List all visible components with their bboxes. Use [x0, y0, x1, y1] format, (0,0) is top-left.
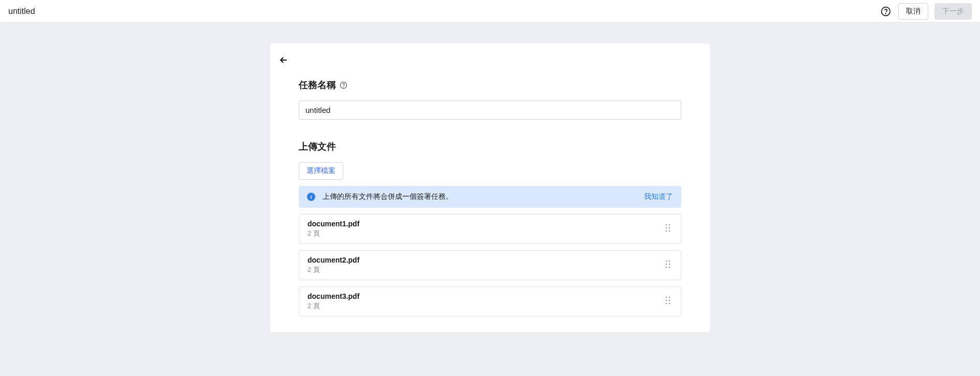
file-pages: 2 頁 [308, 229, 359, 238]
svg-point-1 [886, 13, 886, 13]
svg-point-8 [666, 227, 667, 229]
svg-point-11 [669, 230, 670, 232]
svg-point-22 [666, 303, 667, 305]
task-name-label: 任務名稱 [299, 79, 681, 91]
svg-point-19 [669, 297, 670, 298]
file-info: document1.pdf 2 頁 [308, 220, 359, 238]
drag-handle-icon[interactable] [663, 222, 672, 236]
svg-point-10 [666, 230, 667, 232]
svg-point-9 [669, 227, 670, 229]
svg-point-16 [666, 267, 667, 268]
info-icon [307, 193, 315, 201]
svg-point-7 [669, 224, 670, 226]
svg-point-21 [669, 300, 670, 301]
header: untitled 取消 下一步 [0, 0, 980, 23]
svg-point-3 [343, 86, 344, 87]
card: 任務名稱 上傳文件 選擇檔案 [270, 44, 710, 332]
svg-point-17 [669, 267, 670, 268]
main: 任務名稱 上傳文件 選擇檔案 [0, 23, 980, 332]
file-pages: 2 頁 [308, 301, 359, 311]
alert-dismiss[interactable]: 我知道了 [644, 192, 673, 201]
back-button[interactable] [277, 54, 290, 66]
svg-point-12 [666, 261, 667, 262]
svg-point-13 [669, 261, 670, 262]
svg-point-14 [666, 264, 667, 265]
svg-point-18 [666, 297, 667, 298]
file-info: document2.pdf 2 頁 [308, 256, 359, 274]
file-item: document1.pdf 2 頁 [299, 214, 681, 244]
alert-left: 上傳的所有文件將合併成一個簽署任務。 [307, 192, 453, 201]
help-icon[interactable] [339, 81, 347, 89]
drag-handle-icon[interactable] [663, 258, 672, 272]
file-name: document3.pdf [308, 292, 359, 300]
header-actions: 取消 下一步 [880, 3, 972, 20]
file-name: document1.pdf [308, 220, 359, 228]
alert-text: 上傳的所有文件將合併成一個簽署任務。 [323, 192, 453, 201]
merge-alert: 上傳的所有文件將合併成一個簽署任務。 我知道了 [299, 186, 681, 208]
file-item: document3.pdf 2 頁 [299, 286, 681, 316]
svg-point-6 [666, 224, 667, 226]
content: 任務名稱 上傳文件 選擇檔案 [270, 66, 710, 316]
svg-point-4 [311, 195, 312, 196]
page-title: untitled [8, 7, 35, 16]
file-info: document3.pdf 2 頁 [308, 292, 359, 311]
svg-point-23 [669, 303, 670, 305]
file-pages: 2 頁 [308, 265, 359, 274]
help-icon[interactable] [880, 5, 892, 18]
svg-point-15 [669, 264, 670, 265]
file-name: document2.pdf [308, 256, 359, 264]
next-button[interactable]: 下一步 [934, 3, 972, 20]
drag-handle-icon[interactable] [663, 294, 672, 309]
file-list: document1.pdf 2 頁 [299, 214, 681, 316]
task-name-input[interactable] [299, 100, 681, 120]
svg-point-20 [666, 300, 667, 301]
task-name-section: 任務名稱 [299, 79, 681, 120]
upload-label: 上傳文件 [299, 140, 681, 153]
select-file-button[interactable]: 選擇檔案 [299, 162, 343, 180]
file-item: document2.pdf 2 頁 [299, 250, 681, 280]
upload-section: 上傳文件 選擇檔案 上傳的所有文件將合併成一個簽署任務。 我知道了 [299, 140, 681, 316]
svg-rect-5 [311, 197, 312, 199]
cancel-button[interactable]: 取消 [898, 3, 928, 20]
task-name-label-text: 任務名稱 [299, 79, 336, 91]
